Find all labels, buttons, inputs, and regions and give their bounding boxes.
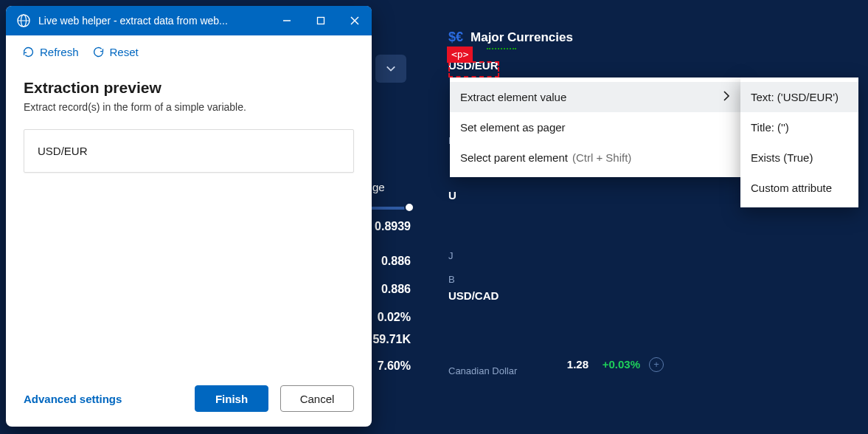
- menu-label: Extract element value: [460, 91, 566, 103]
- maximize-icon: [316, 16, 325, 25]
- refresh-label: Refresh: [40, 46, 79, 58]
- panel-title: Major Currencies: [471, 30, 573, 45]
- chevron-right-icon: [723, 91, 730, 103]
- minimize-button[interactable]: [270, 6, 304, 35]
- extract-value-submenu: Text: ('USD/EUR') Title: ('') Exists (Tr…: [740, 78, 858, 207]
- currency-change: +0.03%: [588, 358, 640, 371]
- preview-value: USD/EUR: [38, 145, 88, 157]
- close-button[interactable]: [338, 6, 372, 35]
- range-label-fragment: ge: [372, 181, 385, 193]
- add-currency-button[interactable]: +: [649, 357, 664, 372]
- reset-icon: [92, 46, 105, 58]
- submenu-text[interactable]: Text: ('USD/EUR'): [740, 82, 858, 112]
- menu-label: Select parent element: [460, 151, 568, 164]
- preview-card: USD/EUR: [24, 129, 354, 173]
- cancel-button[interactable]: Cancel: [280, 385, 354, 412]
- refresh-icon: [22, 46, 35, 58]
- close-icon: [350, 16, 359, 25]
- submenu-title[interactable]: Title: (''): [740, 112, 858, 142]
- submenu-custom-attribute[interactable]: Custom attribute: [740, 173, 858, 203]
- dropdown-toggle[interactable]: [375, 55, 406, 83]
- currency-subtitle: Canadian Dollar: [448, 365, 544, 434]
- reset-button[interactable]: Reset: [92, 46, 139, 58]
- live-web-helper-dialog: Live web helper - extract data from web.…: [6, 6, 372, 427]
- svg-rect-4: [318, 18, 324, 24]
- menu-label: Set element as pager: [460, 121, 566, 134]
- maximize-button[interactable]: [304, 6, 338, 35]
- reset-label: Reset: [110, 46, 139, 58]
- currency-pair: USD/CAD: [448, 289, 544, 363]
- submenu-label: Custom attribute: [751, 182, 832, 194]
- currency-row[interactable]: B: [444, 262, 677, 286]
- submenu-label: Exists (True): [751, 151, 813, 164]
- bg-value-5: 59.71K: [367, 333, 411, 346]
- submenu-exists[interactable]: Exists (True): [740, 142, 858, 173]
- preview-subtitle: Extract record(s) in the form of a simpl…: [24, 101, 354, 113]
- bg-value-1: 0.8939: [367, 220, 411, 233]
- currency-row[interactable]: USD/CADCanadian Dollar1.28+0.03%+: [444, 286, 677, 434]
- bg-value-2: 0.886: [367, 255, 411, 268]
- submenu-label: Title: (''): [751, 121, 789, 134]
- refresh-button[interactable]: Refresh: [22, 46, 79, 58]
- element-context-menu: Extract element value Set element as pag…: [450, 78, 742, 177]
- bg-value-4: 0.02%: [367, 311, 411, 324]
- menu-extract-element-value[interactable]: Extract element value: [450, 82, 742, 112]
- currency-value: 1.28: [544, 358, 588, 371]
- submenu-label: Text: ('USD/EUR'): [751, 91, 839, 103]
- preview-heading: Extraction preview: [24, 79, 354, 97]
- bg-value-6: 7.60%: [367, 359, 411, 373]
- element-tag-badge: <p>: [447, 46, 473, 63]
- currency-icon: $€: [448, 30, 463, 45]
- menu-select-parent-element[interactable]: Select parent element (Ctrl + Shift): [450, 142, 742, 173]
- advanced-settings-link[interactable]: Advanced settings: [24, 393, 122, 405]
- toolbar: Refresh Reset: [6, 35, 372, 66]
- currency-pair: [448, 198, 544, 272]
- chevron-down-icon: [386, 63, 396, 74]
- menu-shortcut: (Ctrl + Shift): [572, 151, 631, 164]
- bg-value-3: 0.886: [367, 283, 411, 296]
- titlebar[interactable]: Live web helper - extract data from web.…: [6, 6, 372, 35]
- globe-icon: [16, 13, 31, 28]
- finish-button[interactable]: Finish: [195, 385, 268, 412]
- menu-set-element-as-pager[interactable]: Set element as pager: [450, 112, 742, 142]
- range-slider-thumb[interactable]: [404, 202, 414, 213]
- minimize-icon: [282, 16, 291, 25]
- window-title: Live web helper - extract data from web.…: [38, 15, 270, 27]
